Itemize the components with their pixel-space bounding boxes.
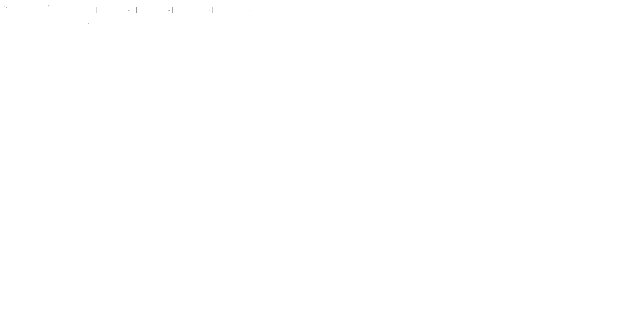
transaction-type-select[interactable]: ⌄ — [96, 7, 132, 13]
filter-billing-profile: ⌄ — [217, 6, 253, 13]
svg-line-1 — [6, 6, 7, 7]
filter-search — [56, 6, 92, 13]
timespan-select[interactable]: ⌄ — [56, 20, 92, 26]
transactions-table-wrap — [56, 31, 397, 199]
svg-point-0 — [4, 5, 6, 7]
sidebar-search-wrap: « — [0, 2, 51, 11]
sidebar: « — [0, 0, 51, 199]
product-family-select[interactable]: ⌄ — [136, 7, 173, 13]
filters-row: ⌄ ⌄ ⌄ ⌄ — [56, 6, 397, 26]
invoice-section-select[interactable]: ⌄ — [177, 7, 213, 13]
billing-profile-select[interactable]: ⌄ — [217, 7, 253, 13]
chevron-down-icon: ⌄ — [87, 21, 90, 25]
chevron-down-icon: ⌄ — [168, 9, 170, 12]
search-input[interactable] — [2, 3, 46, 9]
search-icon — [4, 4, 7, 8]
filter-transaction-type: ⌄ — [96, 6, 132, 13]
filter-product-family: ⌄ — [136, 6, 173, 13]
chevron-down-icon: ⌄ — [128, 9, 130, 12]
main-content: ⌄ ⌄ ⌄ ⌄ — [51, 0, 402, 199]
filter-timespan: ⌄ — [56, 19, 92, 26]
chevron-down-icon: ⌄ — [208, 9, 210, 12]
collapse-sidebar-button[interactable]: « — [47, 4, 50, 8]
chevron-down-icon: ⌄ — [248, 9, 251, 12]
search-filter-input[interactable] — [56, 7, 92, 13]
filter-invoice-section: ⌄ — [177, 6, 213, 13]
